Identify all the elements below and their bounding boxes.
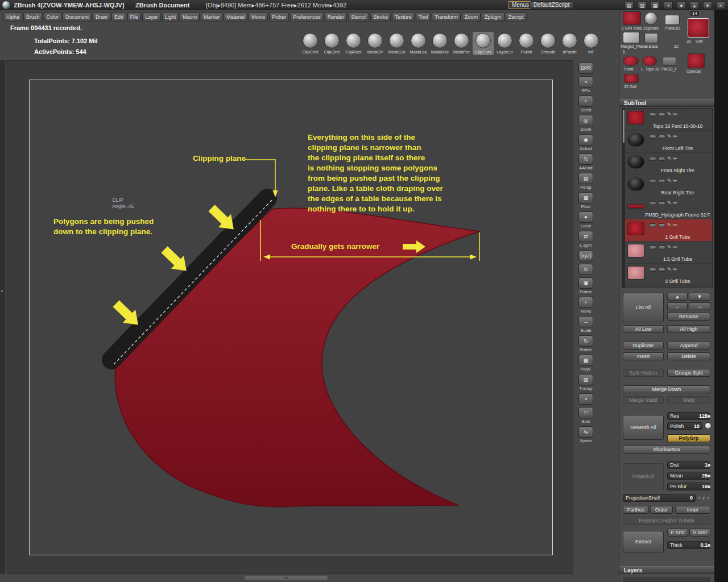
polish-mode-toggle[interactable]	[705, 422, 712, 429]
paintbrush-icon[interactable]: ✏	[673, 112, 678, 117]
spix-slider[interactable]: ▪ SPix	[577, 76, 595, 93]
duplicate-button[interactable]: Duplicate	[623, 342, 664, 350]
insert-button[interactable]: Insert	[623, 352, 664, 360]
subtool-2-grill-tube[interactable]: ✎ ✏ 2 Grill Tube	[625, 264, 712, 286]
tool-thumbnail[interactable]	[623, 11, 641, 25]
slider-knob[interactable]	[708, 544, 710, 547]
visibility-toggle-icon[interactable]	[649, 223, 656, 227]
menu-item[interactable]: File	[127, 13, 142, 22]
brush-smooth[interactable]: Smooth	[537, 32, 559, 55]
subtool-section-header[interactable]: SubTool	[619, 99, 715, 107]
merge-visible-button[interactable]: Merge Visibl	[623, 396, 664, 404]
pencil-icon[interactable]: ✎	[667, 134, 672, 139]
split-hidden-button[interactable]: Split Hidden	[623, 369, 664, 377]
outer-button[interactable]: Outer	[650, 506, 673, 514]
aahalf-button[interactable]: ½ AAHalf	[577, 153, 595, 171]
paintbrush-icon[interactable]: ✏	[673, 201, 678, 206]
groups-split-button[interactable]: Groups Split	[667, 369, 710, 377]
menu-item[interactable]: Document	[63, 13, 92, 22]
visibility-toggle-icon[interactable]	[649, 157, 656, 161]
subtool-rear-right-tire[interactable]: ✎ ✏ Rear Right Tire	[625, 175, 712, 197]
menu-item[interactable]: Picker	[269, 13, 289, 22]
brush-polish[interactable]: Polish	[516, 32, 537, 55]
projection-shell-slider[interactable]: ProjectionShell 0	[623, 494, 696, 502]
persp-button[interactable]: ▤ Persp	[577, 173, 595, 190]
visibility-toggle-icon[interactable]	[649, 135, 656, 139]
subtool-front-left-tire[interactable]: ✎ ✏ Front Left Tire	[625, 131, 712, 153]
tool-thumbnail[interactable]	[623, 32, 640, 43]
visibility-toggle-icon[interactable]	[649, 246, 656, 250]
scroll-button[interactable]: + Scroll	[577, 95, 595, 113]
farthest-button[interactable]: Farthes	[623, 506, 649, 514]
pa-blur-slider[interactable]: PA Blur 10	[667, 483, 710, 490]
paintbrush-icon[interactable]: ✏	[673, 134, 678, 139]
lsym-button[interactable]: ⇄ L.Sym	[577, 231, 595, 248]
xpose-button[interactable]: ⇆ Xpose	[577, 426, 595, 443]
pencil-icon[interactable]: ✎	[667, 178, 672, 184]
new-doc-icon[interactable]: ▦	[651, 1, 660, 9]
material-sphere-icon[interactable]: ●	[677, 1, 686, 9]
tool-thumbnail[interactable]	[665, 15, 680, 25]
menu-item[interactable]: Light	[162, 13, 179, 22]
pencil-icon[interactable]: ✎	[667, 223, 672, 228]
subtool-1-5-grill-tube[interactable]: ✎ ✏ 1.5 Grill Tube	[625, 242, 712, 264]
default-zscript-button[interactable]: DefaultZScript	[530, 1, 573, 9]
move-up-button[interactable]: ▲	[667, 293, 688, 301]
menu-item[interactable]: Stroke	[370, 13, 391, 22]
mean-slider[interactable]: Mean 25	[667, 472, 710, 480]
zoom-button[interactable]: ◎ Zoom	[577, 115, 595, 132]
move-button[interactable]: + Move	[577, 297, 595, 314]
all-high-button[interactable]: All High	[667, 325, 710, 333]
reproject-button[interactable]: Reproject Higher Subdiv	[623, 517, 710, 525]
visibility-toggle-icon[interactable]	[658, 268, 665, 272]
slider-knob[interactable]	[708, 475, 710, 477]
menu-item[interactable]: Transform	[432, 13, 461, 22]
xyz-button[interactable]: (xyz)	[577, 250, 595, 261]
visibility-toggle-icon[interactable]	[658, 201, 665, 205]
menu-item[interactable]: Render	[325, 13, 348, 22]
menu-item[interactable]: Preferences	[290, 13, 324, 22]
weld-button[interactable]: Weld	[667, 396, 710, 404]
visibility-toggle-icon[interactable]	[658, 157, 665, 161]
brush-clipcircle-center[interactable]: ClipCircl	[321, 32, 342, 55]
polygrp-button[interactable]: PolyGrp	[667, 434, 710, 442]
visibility-toggle-icon[interactable]	[649, 113, 656, 117]
menu-item[interactable]: Stencil	[348, 13, 369, 22]
brush-maskcurve[interactable]: MaskCur	[386, 32, 407, 55]
subtool-1-grill-tube[interactable]: ✎ ✏ 1 Grill Tube	[625, 219, 712, 242]
menu-item[interactable]: Edit	[111, 13, 126, 22]
brush-hpolish[interactable]: hPolish	[559, 32, 580, 55]
menu-item[interactable]: Zplugin	[482, 13, 504, 22]
paintbrush-icon[interactable]: ✏	[673, 245, 678, 250]
lock-icon[interactable]: ▪	[664, 1, 673, 9]
subtool-hylograph-frame[interactable]: ✎ ✏ PM3D_Hylograph Frame 32 F	[625, 197, 712, 219]
viewport-canvas[interactable]	[6, 60, 573, 574]
append-button[interactable]: Append	[667, 342, 710, 350]
transparency-button[interactable]: ▥ Transp	[577, 374, 595, 391]
pencil-icon[interactable]: ✎	[667, 245, 672, 250]
paintbrush-icon[interactable]: ✏	[673, 156, 678, 161]
brush-clipcircle[interactable]: ClipCircl	[300, 32, 321, 55]
document-area[interactable]	[29, 80, 553, 555]
rename-button[interactable]: Rename	[667, 313, 710, 321]
menu-item[interactable]: Zscript	[506, 13, 527, 22]
list-all-button[interactable]: List All	[623, 293, 664, 322]
floor-button[interactable]: ▦ Floor	[577, 192, 595, 209]
menu-item[interactable]: Tool	[416, 13, 431, 22]
res-slider[interactable]: Res 128	[667, 412, 710, 420]
shadowbox-button[interactable]: ShadowBox	[623, 446, 710, 454]
brush-maskpen[interactable]: MaskPer	[451, 32, 472, 55]
visibility-toggle-icon[interactable]	[658, 223, 665, 227]
selected-tool-thumbnail[interactable]	[688, 18, 709, 38]
close-icon[interactable]: ×	[716, 1, 725, 9]
menu-item[interactable]: Layer	[142, 13, 161, 22]
paintbrush-icon[interactable]: ✏	[673, 223, 678, 228]
shift-down-button[interactable]: →	[689, 302, 710, 310]
visibility-toggle-icon[interactable]	[658, 246, 665, 250]
extract-button[interactable]: Extract	[623, 531, 664, 552]
menu-item[interactable]: Alpha	[3, 13, 22, 22]
left-scroll-arrow-icon[interactable]: ◂	[1, 289, 3, 293]
visibility-toggle-icon[interactable]	[649, 268, 656, 272]
slider-knob[interactable]	[708, 485, 710, 488]
subtool-front-right-tire[interactable]: ✎ ✏ Front Right Tire	[625, 153, 712, 175]
